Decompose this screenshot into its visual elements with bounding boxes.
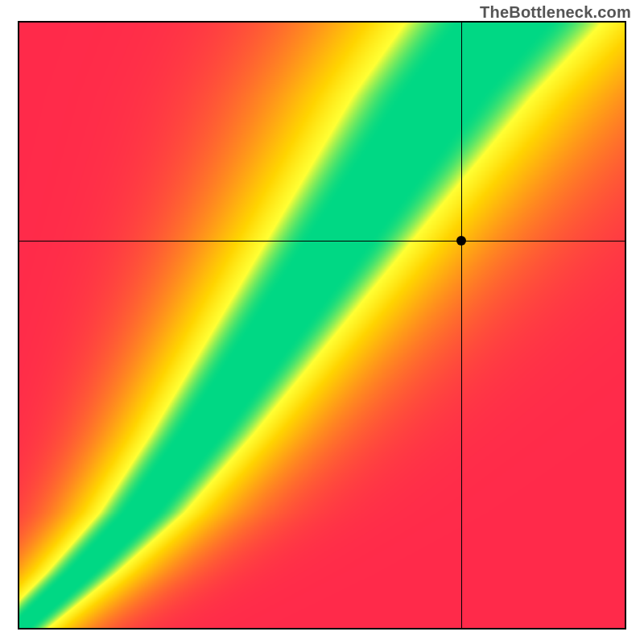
heatmap-canvas [19,23,625,628]
crosshair-horizontal [19,241,625,242]
crosshair-vertical [461,23,463,628]
selection-marker-dot [456,236,466,246]
heatmap-plot [18,21,626,630]
watermark-text: TheBottleneck.com [480,3,631,22]
